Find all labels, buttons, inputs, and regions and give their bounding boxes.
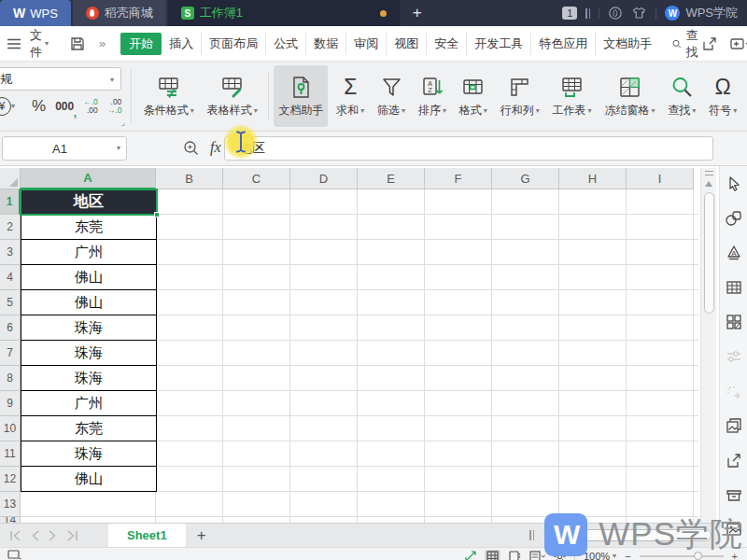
skin-theme-icon[interactable] (631, 7, 647, 20)
menu-tab-formulas[interactable]: 公式 (265, 33, 305, 55)
workbook-document-tab[interactable]: S 工作簿1 (168, 0, 400, 26)
task-count-badge[interactable]: 1 (562, 7, 577, 20)
cell-a3[interactable]: 广州 (21, 240, 157, 265)
split-handle[interactable] (705, 171, 713, 175)
menu-tab-view[interactable]: 视图 (386, 33, 426, 55)
menu-tab-special-apps[interactable]: 特色应用 (530, 33, 595, 55)
menu-tab-home[interactable]: 开始 (120, 33, 162, 55)
zoom-formula-icon[interactable] (183, 140, 199, 156)
row-header-3[interactable]: 3 (0, 240, 21, 265)
row-header-11[interactable]: 11 (0, 441, 21, 467)
tab-list-icon[interactable] (585, 8, 590, 19)
cell-a6[interactable]: 珠海 (21, 315, 157, 341)
row-header-13[interactable]: 13 (0, 492, 21, 517)
row-header-8[interactable]: 8 (0, 366, 21, 391)
cell-a8[interactable]: 珠海 (21, 366, 157, 391)
column-header-f[interactable]: F (425, 168, 492, 189)
export-share-icon[interactable] (724, 450, 744, 470)
archive-box-icon[interactable] (724, 484, 744, 505)
formula-input[interactable]: 地区 (224, 136, 713, 161)
row-header-2[interactable]: 2 (0, 215, 21, 240)
row-header-12[interactable]: 12 (0, 467, 21, 492)
prev-sheet-icon[interactable] (31, 530, 39, 541)
table-style-button[interactable]: 表格样式▾ (203, 65, 262, 127)
symbol-button[interactable]: Ω 符号▾ (704, 65, 741, 127)
rows-columns-button[interactable]: 行和列▾ (496, 65, 544, 127)
cell-a5[interactable]: 佛山 (21, 290, 157, 315)
last-sheet-icon[interactable] (66, 530, 78, 541)
quick-access-more-icon[interactable]: » (92, 36, 113, 50)
apps-grid-icon[interactable] (724, 312, 744, 332)
cell-a10[interactable]: 东莞 (21, 416, 157, 441)
sort-button[interactable]: AZ 排序▾ (414, 65, 451, 127)
insert-function-icon[interactable]: fx (210, 139, 221, 156)
comma-format-button[interactable]: 000 , (55, 100, 74, 113)
next-sheet-icon[interactable] (49, 530, 57, 541)
cell-a11[interactable]: 珠海 (21, 441, 157, 467)
filter-button[interactable]: 筛选▾ (373, 65, 410, 127)
cell-a2[interactable]: 东莞 (21, 215, 157, 240)
menu-tab-doc-assistant[interactable]: 文档助手 (595, 33, 659, 55)
column-header-g[interactable]: G (492, 168, 559, 189)
column-header-d[interactable]: D (290, 168, 358, 189)
format-button[interactable]: 格式▾ (455, 65, 492, 127)
menu-tab-review[interactable]: 审阅 (345, 33, 386, 55)
column-header-e[interactable]: E (358, 168, 425, 189)
column-header-a[interactable]: A (21, 168, 156, 189)
cell-a12[interactable]: 佛山 (21, 467, 157, 492)
doc-assistant-button[interactable]: 文档助手 (274, 65, 328, 127)
cell-a4[interactable]: 佛山 (21, 265, 157, 290)
menu-tab-security[interactable]: 安全 (426, 33, 466, 55)
column-header-h[interactable]: H (559, 168, 627, 189)
row-header-5[interactable]: 5 (0, 290, 21, 315)
fullscreen-view-icon[interactable] (465, 550, 476, 560)
column-header-c[interactable]: C (223, 168, 290, 189)
status-left-icon[interactable] (0, 548, 22, 560)
horizontal-split-handle[interactable] (529, 530, 534, 540)
menu-tab-data[interactable]: 数据 (305, 33, 345, 55)
worksheet-button[interactable]: 工作表▾ (548, 65, 597, 127)
row-header-6[interactable]: 6 (0, 315, 21, 341)
normal-view-icon[interactable] (485, 550, 500, 560)
row-header-7[interactable]: 7 (0, 341, 21, 366)
picture-layout-icon[interactable] (724, 415, 744, 436)
row-header-1[interactable]: 1 (0, 189, 21, 215)
find-search-button[interactable]: 查找 (672, 27, 702, 61)
vertical-scrollbar[interactable] (700, 168, 716, 523)
scroll-up-arrow-icon[interactable] (705, 181, 712, 187)
menu-tab-insert[interactable]: 插入 (162, 33, 201, 55)
dialog-launcher-icon[interactable]: ⌟ (121, 118, 125, 127)
freeze-panes-button[interactable]: 冻结窗格▾ (599, 65, 659, 127)
hamburger-menu-icon[interactable] (0, 38, 28, 49)
hot-activity-icon[interactable] (608, 7, 623, 20)
cell-a1[interactable]: 地区 (21, 189, 157, 215)
page-break-view-icon[interactable] (509, 550, 521, 560)
menu-tab-dev-tools[interactable]: 开发工具 (466, 33, 530, 55)
new-document-tab-button[interactable]: + (400, 0, 435, 26)
column-header-b[interactable]: B (156, 168, 223, 189)
select-all-corner[interactable] (0, 168, 21, 189)
save-icon[interactable] (63, 36, 92, 51)
sheet-tab-sheet1[interactable]: Sheet1 (108, 524, 186, 548)
decrease-decimal-button[interactable]: ←.0 .00 (83, 98, 98, 115)
currency-format-button[interactable]: ¥ ▾ (0, 97, 15, 116)
table-icon[interactable] (724, 277, 744, 298)
conditional-format-button[interactable]: 条件格式▾ (139, 65, 199, 127)
share-icon[interactable] (702, 37, 717, 50)
menu-tab-page-layout[interactable]: 页面布局 (201, 33, 265, 55)
cell-a7[interactable]: 珠海 (21, 341, 157, 366)
row-header-9[interactable]: 9 (0, 391, 21, 416)
first-sheet-icon[interactable] (9, 530, 21, 541)
percent-format-button[interactable]: % (32, 97, 46, 116)
account-entry[interactable]: W WPS学院 (665, 5, 738, 21)
docer-store-tab[interactable]: 稻壳商城 (73, 0, 166, 26)
wps-home-tab[interactable]: W WPS (0, 0, 71, 26)
increase-decimal-button[interactable]: .00 →.0 (107, 98, 122, 115)
row-header-10[interactable]: 10 (0, 416, 21, 441)
row-header-4[interactable]: 4 (0, 265, 21, 290)
wordart-icon[interactable]: A (724, 243, 744, 263)
add-sheet-button[interactable]: + (186, 526, 218, 545)
find-button[interactable]: 查找▾ (663, 65, 700, 127)
shapes-icon[interactable] (724, 208, 744, 229)
sum-button[interactable]: Σ 求和▾ (331, 65, 369, 127)
